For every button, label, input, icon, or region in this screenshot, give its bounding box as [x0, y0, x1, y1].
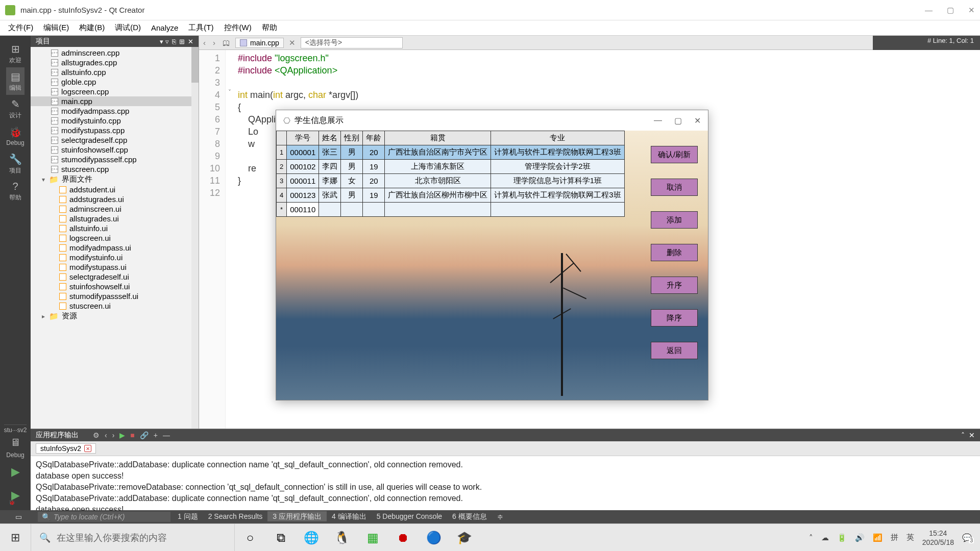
row-header[interactable]: 2 [277, 160, 287, 174]
tree-file[interactable]: c++globle.cpp [31, 77, 199, 87]
tree-file[interactable]: c++stuinfoshowself.cpp [31, 145, 199, 155]
menu-item[interactable]: 控件(W) [220, 22, 256, 34]
tray-volume-icon[interactable]: 🔊 [855, 533, 865, 542]
tray-ime1[interactable]: 拼 [891, 533, 898, 542]
tree-file[interactable]: c++modifyadmpass.cpp [31, 106, 199, 116]
output-tab[interactable]: stuInfoSysv2✕ [36, 443, 96, 454]
table-cell[interactable]: 男 [341, 160, 363, 174]
next-icon[interactable]: › [112, 431, 115, 439]
close-icon[interactable]: ✕ [968, 6, 975, 15]
tree-folder-ui[interactable]: ▾📁界面文件 [31, 174, 199, 185]
tree-file[interactable]: allstugrades.ui [31, 214, 199, 223]
menu-item[interactable]: 编辑(E) [39, 22, 73, 34]
bottom-tab[interactable]: 3 应用程序输出 [267, 511, 327, 521]
tree-folder-res[interactable]: ▸📁资源 [31, 311, 199, 321]
taskbar-search[interactable]: 🔍 在这里输入你要搜索的内容 [31, 524, 235, 551]
stop-icon[interactable]: ■ [130, 431, 134, 439]
excel-icon[interactable]: ▦ [357, 524, 388, 551]
table-header[interactable]: 籍贯 [385, 131, 491, 145]
tree-file[interactable]: c++modifystupass.cpp [31, 126, 199, 135]
output-toggle-icon[interactable]: ▭ [3, 513, 34, 521]
tree-file[interactable]: stuscreen.ui [31, 301, 199, 311]
table-cell[interactable]: 20 [363, 145, 385, 160]
table-header[interactable]: 专业 [491, 131, 624, 145]
symbol-selector[interactable]: <选择符号> [301, 37, 403, 48]
bookmark-icon[interactable]: 🕮 [220, 38, 232, 47]
menu-item[interactable]: 工具(T) [184, 22, 217, 34]
table-cell[interactable]: 广西壮族自治区柳州市柳中区 [385, 188, 491, 203]
tree-file[interactable]: modifyadmpass.ui [31, 243, 199, 253]
taskview-icon[interactable]: ⧉ [265, 524, 296, 551]
table-cell[interactable]: 李四 [319, 160, 341, 174]
table-header[interactable]: 性别 [341, 131, 363, 145]
mode-设计[interactable]: ✎设计 [6, 95, 24, 122]
table-cell[interactable]: 张三 [319, 145, 341, 160]
bottom-tab[interactable]: 6 概要信息 [447, 511, 492, 521]
tray-wifi-icon[interactable]: 📶 [873, 533, 883, 542]
row-header[interactable]: 1 [277, 145, 287, 160]
row-header[interactable]: 3 [277, 174, 287, 188]
tree-file[interactable]: logscreen.ui [31, 233, 199, 243]
mode-欢迎[interactable]: ⊞欢迎 [6, 40, 24, 67]
prev-icon[interactable]: ‹ [105, 431, 107, 439]
table-cell[interactable]: 张武 [319, 188, 341, 203]
kit-selector[interactable]: stu···sv2 🖥 Debug [4, 424, 27, 460]
cortana-icon[interactable]: ○ [235, 524, 265, 551]
bottom-tab[interactable]: 1 问题 [173, 511, 203, 521]
tree-file[interactable]: c++stumodifypassself.cpp [31, 155, 199, 164]
nav-back-icon[interactable]: ‹ [201, 38, 208, 47]
menu-item[interactable]: 调试(D) [111, 22, 145, 34]
table-cell[interactable]: 男 [341, 145, 363, 160]
scrollbar-vertical[interactable] [191, 47, 199, 461]
table-cell[interactable]: 000011 [287, 174, 319, 188]
table-cell[interactable]: 管理学院会计学2班 [491, 160, 624, 174]
split-icon[interactable]: ⊞ [179, 38, 185, 45]
table-cell[interactable]: 女 [341, 174, 363, 188]
dialog-button[interactable]: 确认/刷新 [651, 146, 698, 163]
table-cell[interactable]: 广西壮族自治区南宁市兴宁区 [385, 145, 491, 160]
table-header[interactable] [277, 131, 287, 145]
filter-icon[interactable]: ▾ ▿ [160, 38, 169, 45]
editor-tab[interactable]: main.cpp [235, 38, 284, 48]
browser-icon[interactable]: 🔵 [419, 524, 449, 551]
tree-file[interactable]: c++main.cpp [31, 96, 199, 106]
row-header[interactable]: 4 [277, 188, 287, 203]
bottom-tab[interactable]: 5 Debugger Console [372, 511, 447, 521]
output-tab-close-icon[interactable]: ✕ [84, 445, 91, 452]
menu-item[interactable]: 构建(B) [75, 22, 109, 34]
table-cell[interactable]: * [277, 203, 287, 217]
tree-file[interactable]: c++logscreen.cpp [31, 87, 199, 96]
dialog-button[interactable]: 降序 [651, 309, 698, 327]
tray-notification-icon[interactable]: 💬3 [962, 533, 972, 542]
table-header[interactable]: 年龄 [363, 131, 385, 145]
tray-clock[interactable]: 15:24 2020/5/18 [922, 529, 954, 547]
table-cell[interactable]: 19 [363, 188, 385, 203]
tree-file[interactable]: allstuinfo.ui [31, 223, 199, 233]
table-cell[interactable]: 男 [341, 188, 363, 203]
start-button[interactable]: ⊞ [0, 524, 31, 551]
dialog-titlebar[interactable]: ⎔ 学生信息展示 — ▢ ✕ [276, 110, 708, 131]
remove-icon[interactable]: — [163, 431, 170, 439]
qq-icon[interactable]: 🐧 [327, 524, 357, 551]
dialog-minimize-icon[interactable]: — [654, 116, 662, 126]
menu-item[interactable]: 帮助 [258, 22, 281, 34]
link-icon[interactable]: ⎘ [172, 38, 176, 45]
tree-file[interactable]: modifystupass.ui [31, 262, 199, 272]
tree-file[interactable]: addstugrades.ui [31, 194, 199, 204]
tray-expand-icon[interactable]: ˄ [809, 533, 813, 542]
attach-icon[interactable]: 🔗 [140, 431, 149, 439]
run-button[interactable]: ▶ [11, 460, 20, 484]
bottom-tab[interactable]: 2 Search Results [203, 511, 268, 521]
settings-icon[interactable]: ⚙ [93, 431, 100, 439]
table-cell-editing[interactable]: 000110 [287, 203, 319, 217]
table-cell[interactable]: 20 [363, 174, 385, 188]
education-icon[interactable]: 🎓 [449, 524, 480, 551]
tree-file[interactable]: c++stuscreen.cpp [31, 164, 199, 174]
run-icon[interactable]: ▶ [119, 431, 125, 439]
table-cell[interactable]: 理学院信息与计算科学1班 [491, 174, 624, 188]
dialog-button[interactable]: 添加 [651, 211, 698, 229]
dialog-button[interactable]: 升序 [651, 277, 698, 294]
table-cell[interactable] [319, 203, 341, 217]
tree-file[interactable]: c++allstugrades.cpp [31, 58, 199, 67]
nav-fwd-icon[interactable]: › [211, 38, 217, 47]
